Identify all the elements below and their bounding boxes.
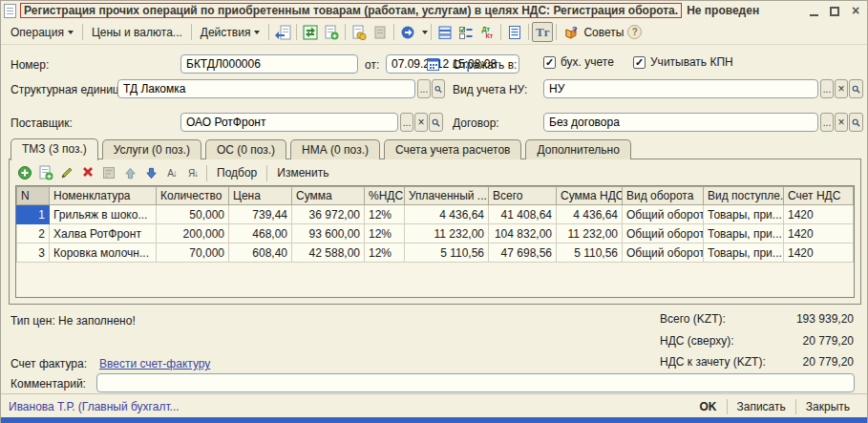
column-header[interactable]: Номенклатура xyxy=(50,187,157,205)
supplier-field[interactable] xyxy=(180,113,398,132)
table-cell[interactable]: 200,000 xyxy=(157,224,229,243)
save-button[interactable]: Записать xyxy=(728,398,795,415)
ok-button[interactable]: OK xyxy=(690,398,727,415)
table-cell[interactable]: 93 600,00 xyxy=(292,224,365,243)
minimize-button[interactable] xyxy=(808,6,819,16)
unit-magnifier-button[interactable] xyxy=(432,79,445,98)
accounting-checkbox[interactable]: ✓ бух. учете xyxy=(543,55,614,69)
calendar-icon[interactable] xyxy=(425,54,441,74)
nu-field[interactable] xyxy=(543,79,818,98)
close-button[interactable]: × xyxy=(850,6,861,16)
write-icon[interactable] xyxy=(272,22,293,42)
chevron-down-icon[interactable] xyxy=(422,31,428,34)
help-icon[interactable]: ? xyxy=(627,25,642,39)
tab-accounts[interactable]: Счета учета расчетов xyxy=(384,139,521,159)
unit-field[interactable] xyxy=(117,79,415,98)
tab-additional[interactable]: Дополнительно xyxy=(525,139,630,159)
contract-field[interactable] xyxy=(543,113,818,132)
table-cell[interactable]: Общий оборот xyxy=(623,243,704,263)
nu-clear-button[interactable]: × xyxy=(835,79,848,98)
column-header[interactable]: Сумма НДС xyxy=(557,187,623,205)
column-header[interactable]: Сумма xyxy=(292,187,365,205)
table-cell[interactable]: Товары, при... xyxy=(704,243,784,263)
table-cell[interactable]: Халва РотФронт xyxy=(50,224,157,243)
table-cell[interactable]: 4 436,64 xyxy=(557,205,623,224)
table-cell[interactable]: 2 xyxy=(17,224,50,243)
table-cell[interactable]: 4 436,64 xyxy=(405,205,489,224)
table-cell[interactable]: 70,000 xyxy=(157,243,229,263)
table-cell[interactable]: Коровка молочн... xyxy=(50,243,157,263)
table-cell[interactable]: 5 110,56 xyxy=(557,243,623,263)
enter-invoice-link[interactable]: Ввести счет-фактуру xyxy=(99,357,210,370)
supplier-magnifier-button[interactable] xyxy=(429,113,443,132)
add-icon[interactable] xyxy=(14,163,35,182)
column-header[interactable]: Вид поступле... xyxy=(704,187,784,205)
contract-clear-button[interactable]: × xyxy=(835,113,848,132)
column-header[interactable]: N xyxy=(17,187,50,205)
supplier-clear-button[interactable]: × xyxy=(414,113,428,132)
delete-icon[interactable] xyxy=(77,163,98,182)
copy-new-icon[interactable] xyxy=(321,22,342,42)
column-header[interactable]: Уплаченный ... xyxy=(405,187,489,205)
operation-menu-button[interactable]: Операция xyxy=(5,23,79,42)
table-cell[interactable]: 468,00 xyxy=(229,224,292,243)
table-cell[interactable]: 1420 xyxy=(784,224,854,243)
table-cell[interactable]: 11 232,00 xyxy=(405,224,489,243)
maximize-button[interactable] xyxy=(829,6,840,16)
table-cell[interactable]: 12% xyxy=(365,243,405,263)
unit-ellipsis-button[interactable]: ... xyxy=(417,79,431,98)
table-cell[interactable]: 12% xyxy=(365,205,405,224)
contract-magnifier-button[interactable] xyxy=(849,113,863,132)
sort-desc-icon[interactable]: Я↓ xyxy=(182,163,203,182)
sort-asc-icon[interactable]: А↓ xyxy=(161,163,182,182)
table-cell[interactable]: 47 698,56 xyxy=(489,243,557,263)
movements-list-icon[interactable] xyxy=(434,22,455,42)
column-header[interactable]: Всего xyxy=(489,187,557,205)
tab-tmz[interactable]: ТМЗ (3 поз.) xyxy=(11,138,98,160)
table-cell[interactable]: 1420 xyxy=(784,243,854,263)
move-up-icon[interactable] xyxy=(119,163,140,182)
dt-kt-icon[interactable]: ДтКт xyxy=(476,22,498,42)
table-cell[interactable]: 41 408,64 xyxy=(489,205,557,224)
contract-ellipsis-button[interactable]: ... xyxy=(820,113,834,132)
tab-services[interactable]: Услуги (0 поз.) xyxy=(102,139,201,159)
close-form-button[interactable]: Закрыть xyxy=(796,398,859,415)
column-header[interactable]: Цена xyxy=(229,187,292,205)
column-header[interactable]: %НДС xyxy=(365,187,405,205)
prices-currency-button[interactable]: Цены и валюта... xyxy=(86,23,188,42)
document-journal-icon[interactable] xyxy=(504,22,525,42)
post-document-icon[interactable] xyxy=(349,22,370,42)
table-cell[interactable]: 42 588,00 xyxy=(292,243,365,263)
table-cell[interactable]: Общий оборот xyxy=(623,205,704,224)
tips-button[interactable]: ? Советы xyxy=(560,23,627,42)
edit-icon[interactable] xyxy=(56,163,77,182)
table-cell[interactable]: Общий оборот xyxy=(623,224,704,243)
table-cell[interactable]: 104 832,00 xyxy=(489,224,557,243)
comment-field[interactable] xyxy=(96,373,855,392)
nu-magnifier-button[interactable] xyxy=(849,79,863,98)
table-cell[interactable]: 608,40 xyxy=(229,243,292,263)
refresh-icon[interactable] xyxy=(300,22,321,42)
table-cell[interactable]: 11 232,00 xyxy=(557,224,623,243)
tab-os[interactable]: ОС (0 поз.) xyxy=(205,139,286,159)
table-cell[interactable]: 36 972,00 xyxy=(292,205,365,224)
column-header[interactable]: Счет НДС xyxy=(784,187,854,205)
tab-nma[interactable]: НМА (0 поз.) xyxy=(290,139,380,159)
move-down-icon[interactable] xyxy=(140,163,161,182)
table-cell[interactable]: 3 xyxy=(17,243,50,263)
table-cell[interactable]: 1 xyxy=(17,205,50,224)
change-button[interactable]: Изменить xyxy=(270,164,335,181)
column-header[interactable]: Вид оборота xyxy=(623,187,704,205)
kpn-checkbox[interactable]: ✓ Учитывать КПН xyxy=(633,55,733,69)
table-cell[interactable]: 50,000 xyxy=(157,205,229,224)
table-cell[interactable]: Грильяж в шоко... xyxy=(50,205,157,224)
table-cell[interactable]: 12% xyxy=(365,224,405,243)
column-header[interactable]: Количество xyxy=(157,187,229,205)
table-cell[interactable]: 5 110,56 xyxy=(405,243,489,263)
nu-ellipsis-button[interactable]: ... xyxy=(820,79,834,98)
settings-check-icon[interactable] xyxy=(455,22,476,42)
pick-button[interactable]: Подбор xyxy=(210,164,264,181)
table-cell[interactable]: 739,44 xyxy=(229,205,292,224)
formatting-icon[interactable]: Тг xyxy=(532,22,553,42)
table-cell[interactable]: 1420 xyxy=(784,205,854,224)
